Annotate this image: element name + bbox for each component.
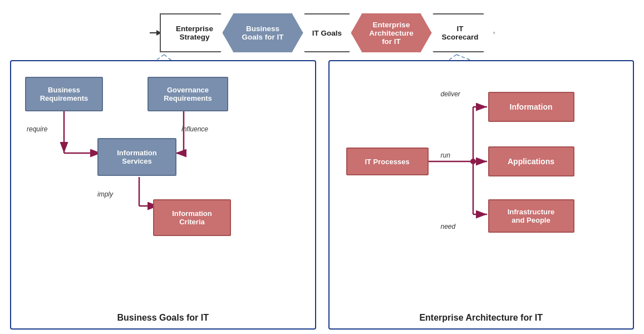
require-label: require [27,125,47,133]
deliver-label: deliver [441,90,460,98]
left-panel-title: Business Goals for IT [11,313,315,323]
information-services-box: Information Services [97,138,176,176]
info-criteria-label: Information Criteria [172,209,212,226]
run-label: run [441,151,450,159]
information-criteria-box: Information Criteria [153,199,231,236]
flow-label-it-goals: IT Goals [312,29,342,37]
it-processes-label: IT Processes [365,158,409,166]
left-panel: Business Requirements Governance Require… [10,60,316,330]
flow-business-goals: Business Goals for IT [223,13,303,52]
infra-people-box: Infrastructure and People [488,199,574,233]
flow-it-goals: IT Goals [294,13,361,52]
flow-enterprise-strategy: Enterprise Strategy [160,13,232,52]
flow-label-enterprise-strategy: Enterprise Strategy [176,24,213,41]
business-requirements-box: Business Requirements [25,77,103,111]
flow-label-enterprise-arch: Enterprise Architecture for IT [369,21,414,46]
info-services-label: Information Services [117,149,157,165]
imply-label: imply [97,190,113,198]
information-box: Information [488,92,574,122]
influence-label: influence [181,125,208,133]
right-panel-title: Enterprise Architecture for IT [330,313,633,323]
it-processes-box: IT Processes [346,148,429,175]
need-label: need [441,223,456,230]
governance-req-label: Governance Requirements [164,86,212,102]
governance-requirements-box: Governance Requirements [148,77,228,111]
business-req-label: Business Requirements [40,86,89,102]
bottom-section: Business Requirements Governance Require… [0,60,644,330]
information-label: Information [510,102,553,111]
infra-people-label: Infrastructure and People [508,208,555,224]
flow-it-scorecard: IT Scorecard [422,13,495,52]
applications-label: Applications [508,157,554,166]
svg-point-21 [470,159,476,164]
flow-enterprise-arch: Enterprise Architecture for IT [351,13,432,52]
flow-label-business-goals: Business Goals for IT [242,24,283,41]
right-panel: IT Processes deliver run need Informatio… [328,60,635,330]
flow-label-it-scorecard: IT Scorecard [441,24,478,41]
page-container: Enterprise Strategy Business Goals for I… [0,0,644,334]
right-panel-arrows [330,61,633,328]
applications-box: Applications [488,146,574,176]
top-flow: Enterprise Strategy Business Goals for I… [0,0,644,61]
